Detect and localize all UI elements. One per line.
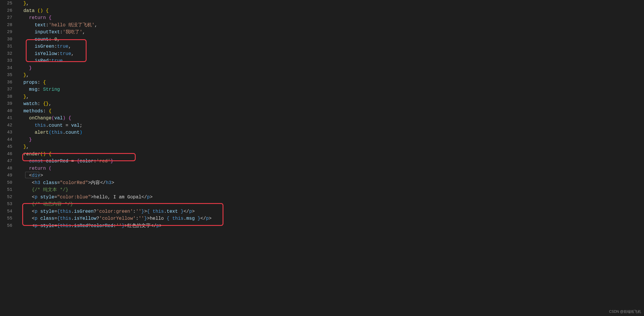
line-number: 26: [0, 7, 12, 15]
line-number: 38: [0, 93, 12, 101]
line-number: 47: [0, 158, 12, 165]
line-number: 53: [0, 201, 12, 208]
code-line[interactable]: <p style={this.isGreen?'color:green':''}…: [23, 208, 644, 215]
line-number: 55: [0, 215, 12, 222]
line-number: 44: [0, 136, 12, 144]
line-number: 50: [0, 179, 12, 187]
code-line[interactable]: },: [23, 143, 644, 151]
code-line[interactable]: <p style="color:blue">hello, I am Gopal<…: [23, 194, 644, 201]
code-editor[interactable]: 25 26 27 28 29 30 31 32 33 34 35 36 37 3…: [0, 0, 644, 316]
line-number: 31: [0, 43, 12, 50]
line-number-gutter: 25 26 27 28 29 30 31 32 33 34 35 36 37 3…: [0, 0, 18, 316]
line-number: 39: [0, 100, 12, 108]
code-line[interactable]: }: [23, 65, 644, 72]
code-line[interactable]: return {: [23, 14, 644, 22]
code-line[interactable]: const colorRed = {color:'red'}: [23, 158, 644, 165]
line-number: 45: [0, 143, 12, 151]
line-number: 41: [0, 115, 12, 122]
code-line[interactable]: methods: {: [23, 108, 644, 115]
code-line[interactable]: },: [23, 93, 644, 101]
code-line[interactable]: data () {: [23, 7, 644, 15]
code-line[interactable]: <p style={this.isRed?colorRed:''}>红色的文字<…: [23, 222, 644, 230]
line-number: 29: [0, 29, 12, 36]
code-line[interactable]: this.count = val;: [23, 122, 644, 129]
line-number: 56: [0, 222, 12, 230]
code-line[interactable]: },: [23, 0, 644, 7]
line-number: 48: [0, 165, 12, 172]
line-number: 27: [0, 14, 12, 22]
code-line[interactable]: return (: [23, 165, 644, 172]
code-line[interactable]: isGreen:true,: [23, 43, 644, 50]
line-number: 34: [0, 65, 12, 72]
code-area[interactable]: }, data () { return { text:'hello 纸没了飞机'…: [18, 0, 644, 316]
code-line[interactable]: <h3 class="colorRed">内容</h3>: [23, 179, 644, 187]
code-line[interactable]: },: [23, 72, 644, 79]
line-number: 25: [0, 0, 12, 7]
code-line[interactable]: {/* 动态内容 */}: [23, 201, 644, 208]
code-line[interactable]: }: [23, 136, 644, 144]
code-line[interactable]: inputText:'我吃了',: [23, 29, 644, 36]
code-line[interactable]: watch: {},: [23, 100, 644, 108]
line-number: 46: [0, 151, 12, 158]
code-line[interactable]: {/* 纯文本 */}: [23, 186, 644, 194]
line-number: 40: [0, 108, 12, 115]
line-number: 37: [0, 86, 12, 93]
code-line[interactable]: alert(this.count): [23, 129, 644, 136]
code-line[interactable]: props: {: [23, 79, 644, 86]
line-number: 51: [0, 186, 12, 194]
line-number: 35: [0, 72, 12, 79]
line-number: 52: [0, 194, 12, 201]
code-line[interactable]: isYellow:true,: [23, 50, 644, 58]
line-number: 30: [0, 36, 12, 43]
line-number: 36: [0, 79, 12, 86]
line-number: 42: [0, 122, 12, 129]
code-line[interactable]: render() {: [23, 151, 644, 158]
watermark: CSDN @前端纸飞机: [609, 309, 641, 314]
code-line[interactable]: <div>: [23, 172, 644, 179]
code-line[interactable]: <p class={this.isYellow?'colorYellow':''…: [23, 215, 644, 222]
code-line[interactable]: count: 0,: [23, 36, 644, 43]
line-number: 33: [0, 57, 12, 65]
code-line[interactable]: text:'hello 纸没了飞机',: [23, 22, 644, 29]
code-line[interactable]: onChange(val) {: [23, 115, 644, 122]
line-number: 43: [0, 129, 12, 136]
line-number: 54: [0, 208, 12, 215]
code-line[interactable]: isRed:true: [23, 57, 644, 65]
line-number: 32: [0, 50, 12, 58]
line-number: 28: [0, 22, 12, 29]
line-number: 49: [0, 172, 12, 179]
code-line[interactable]: msg: String: [23, 86, 644, 93]
